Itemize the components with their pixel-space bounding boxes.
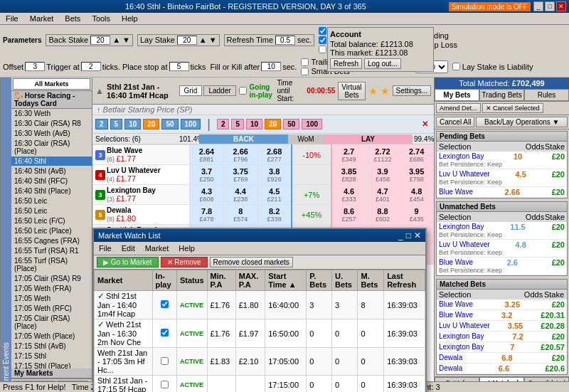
back1-cell[interactable]: 4.5 £211 — [257, 185, 292, 205]
event-item[interactable]: 16:30 Clair (RSA) R8 — [11, 119, 92, 129]
lay1-cell[interactable]: 8.6 £257 — [331, 205, 366, 225]
remove-closed-button[interactable]: Remove closed markets — [210, 257, 293, 267]
back-odds-btn-100[interactable]: 100 — [181, 119, 201, 129]
event-item[interactable]: 16:55 Turf (RSA) R1 — [11, 246, 92, 256]
back2-cell[interactable]: 3.75 £769 — [223, 165, 257, 185]
back3-cell[interactable]: 4.3 £608 — [190, 185, 224, 205]
go-to-market-button[interactable]: ▶ Go to Market — [97, 257, 159, 267]
log-out-button[interactable]: Log out... — [364, 58, 401, 69]
lay3-odds[interactable]: 2.74 — [402, 147, 431, 156]
refresh-time-input[interactable] — [275, 36, 295, 45]
lay3-cell[interactable]: 3.95 £798 — [400, 165, 434, 185]
offset-input[interactable] — [25, 62, 45, 71]
back3-cell[interactable]: 7.8 £478 — [190, 205, 224, 225]
back1-odds[interactable]: 8.2 — [260, 207, 289, 216]
event-item[interactable]: 17:05 Clair (RSA) (Place) — [11, 314, 92, 332]
back-odds-btn-10[interactable]: 10 — [124, 119, 141, 129]
mw-inplay-check[interactable] — [161, 300, 169, 308]
settings-button[interactable]: Settings... — [393, 85, 431, 96]
lay3-odds[interactable]: 9 — [402, 207, 431, 216]
lay-odds-btn-2[interactable]: 2 — [217, 119, 230, 129]
lay1-cell[interactable]: 4.6 £333 — [331, 185, 366, 205]
menu-help[interactable]: Help — [119, 14, 141, 23]
back-stake-spinner-down[interactable]: ▼ — [122, 36, 130, 44]
confirm-checkbox[interactable] — [319, 27, 326, 35]
lay-odds-btn-20[interactable]: 20 — [265, 119, 281, 129]
event-item[interactable]: 16:30 Weth (AvB) — [11, 129, 92, 139]
event-item[interactable]: 17:15 Sthl (AvB) — [11, 341, 92, 351]
back1-odds[interactable]: 2.68 — [260, 147, 289, 156]
lay1-cell[interactable]: 3.85 £828 — [331, 165, 366, 185]
lay2-cell[interactable]: 4.7 £401 — [366, 185, 400, 205]
back1-cell[interactable]: 2.68 £277 — [257, 145, 292, 165]
layliability-checkbox[interactable] — [452, 63, 460, 70]
event-item[interactable]: 16:30 Weth — [11, 109, 92, 119]
back3-cell[interactable]: 2.64 £881 — [190, 145, 224, 165]
mw-table-row[interactable]: ✓ Weth 21st Jan - 16:30 2m Nov Che ACTIV… — [95, 319, 425, 348]
lay-odds-btn-5[interactable]: 5 — [231, 119, 244, 129]
stop-input[interactable] — [169, 62, 189, 71]
star-icon-2[interactable]: ★ — [381, 85, 390, 97]
back3-odds[interactable]: 4.3 — [192, 187, 221, 196]
trigger-input[interactable] — [81, 62, 101, 71]
event-item[interactable]: 17:05 Clair (RSA) R9 — [11, 274, 92, 284]
lay1-odds[interactable]: 4.6 — [334, 187, 363, 196]
mw-menu-file[interactable]: File — [97, 243, 114, 253]
back3-odds[interactable]: 3.7 — [192, 167, 221, 176]
event-item[interactable]: 17:05 Weth — [11, 294, 92, 304]
lay-stake-spinner-up[interactable]: ▲ — [199, 36, 207, 44]
lay-stake-input[interactable] — [177, 36, 197, 45]
event-item[interactable]: 16:50 Leic (Place) — [11, 226, 92, 236]
lay2-odds[interactable]: 8.8 — [368, 207, 398, 216]
lay2-odds[interactable]: 3.9 — [368, 167, 398, 176]
back3-cell[interactable]: 3.7 £250 — [190, 165, 224, 185]
lay1-odds[interactable]: 3.85 — [334, 167, 363, 176]
lay3-cell[interactable]: 9 £435 — [400, 205, 434, 225]
maximize-button[interactable]: □ — [545, 1, 555, 11]
remove-button[interactable]: ✕ Remove — [161, 257, 208, 267]
current-events-tab[interactable]: Current Events — [0, 78, 11, 392]
lay3-odds[interactable]: 3.95 — [402, 167, 431, 176]
back2-odds[interactable]: 8 — [226, 207, 255, 216]
back-odds-btn-2[interactable]: 2 — [95, 119, 108, 129]
back1-odds[interactable]: 4.5 — [260, 187, 289, 196]
lay-stake-spinner-down[interactable]: ▼ — [209, 36, 217, 44]
event-item[interactable]: 16:55 Turf (RSA) (Place) — [11, 256, 92, 274]
smartbets-checkbox[interactable] — [301, 68, 309, 75]
back2-cell[interactable]: 4.4 £238 — [223, 185, 257, 205]
event-item[interactable]: 17:15 Sthl — [11, 351, 92, 361]
menu-file[interactable]: File — [3, 14, 21, 23]
amend-det-button[interactable]: Amend Det... — [436, 103, 481, 113]
back2-cell[interactable]: 8 £574 — [223, 205, 257, 225]
lay2-cell[interactable]: 2.72 £1122 — [366, 145, 400, 165]
back2-cell[interactable]: 2.66 £796 — [223, 145, 257, 165]
mw-close-btn[interactable]: ✕ — [414, 231, 421, 240]
rules-tab[interactable]: Rules — [524, 89, 569, 101]
backlay-ops-button[interactable]: Back/Lay Operations ▼ — [476, 117, 568, 127]
back2-odds[interactable]: 3.75 — [226, 167, 255, 176]
lay1-odds[interactable]: 8.6 — [334, 207, 363, 216]
lay2-cell[interactable]: 3.9 £458 — [366, 165, 400, 185]
close-grid-btn[interactable]: ✕ — [419, 120, 431, 129]
back2-odds[interactable]: 2.66 — [226, 147, 255, 156]
all-markets-tab[interactable]: All Markets — [13, 78, 90, 90]
back3-odds[interactable]: 7.8 — [192, 207, 221, 216]
event-item[interactable]: 17:05 Weth (FRA) — [11, 284, 92, 294]
menu-market[interactable]: Market — [27, 14, 57, 23]
event-item[interactable]: 16:40 Sthl (Place) — [11, 186, 92, 196]
mw-maximize-btn[interactable]: □ — [406, 231, 411, 240]
grid-tab[interactable]: Grid — [179, 85, 203, 96]
lay1-odds[interactable]: 2.7 — [334, 147, 363, 156]
fillkill-input[interactable] — [261, 62, 281, 71]
lay3-cell[interactable]: 4.8 £454 — [400, 185, 434, 205]
lay3-cell[interactable]: 2.74 £686 — [400, 145, 434, 165]
mw-inplay-check[interactable] — [161, 381, 169, 388]
goinginplay-checkbox[interactable] — [239, 87, 247, 95]
lay-odds-btn-10[interactable]: 10 — [246, 119, 262, 129]
back3-odds[interactable]: 2.64 — [192, 147, 221, 156]
cancel-selected-button[interactable]: ✕ Cancel Selected — [482, 103, 543, 113]
lay-odds-btn-100[interactable]: 100 — [302, 119, 322, 129]
event-item[interactable]: 17:05 Weth (RFC) — [11, 304, 92, 314]
virtual-bets-button[interactable]: Virtual Bets — [338, 82, 365, 100]
event-item[interactable]: 16:40 Sthl (AvB) — [11, 166, 92, 176]
